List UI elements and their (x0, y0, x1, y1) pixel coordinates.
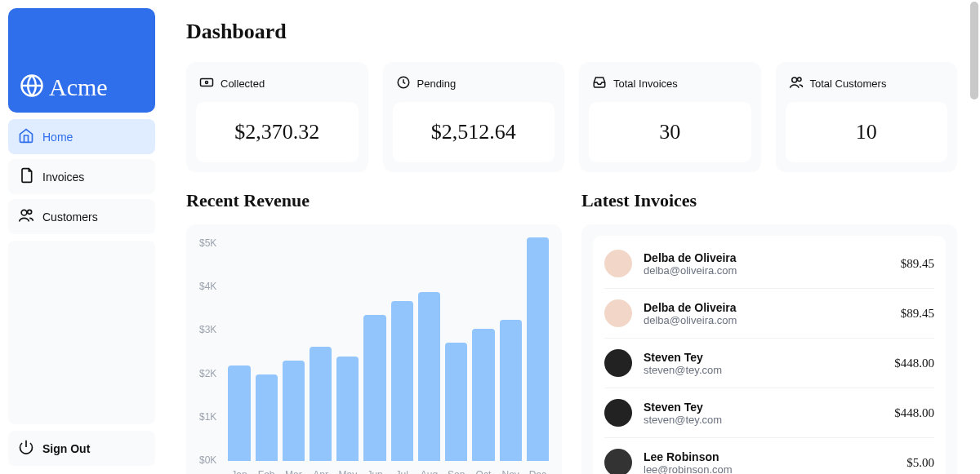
invoice-row[interactable]: Lee Robinsonlee@robinson.com$5.00 (604, 438, 934, 474)
summary-cards: Collected $2,370.32 Pending $2,512.64 To… (186, 62, 957, 172)
invoice-row[interactable]: Delba de Oliveiradelba@oliveira.com$89.4… (604, 239, 934, 289)
chart-bars: JanFebMarAprMayJunJulAugSepOctNovDec (228, 237, 549, 474)
bar-column: Feb (256, 374, 278, 474)
banknote-icon (199, 75, 214, 92)
invoice-amount: $89.45 (901, 257, 934, 271)
sidebar-item-label: Home (42, 131, 73, 144)
invoice-amount: $448.00 (894, 357, 934, 370)
card-total-invoices: Total Invoices 30 (579, 62, 761, 172)
bar-label: Jul (396, 469, 408, 474)
bar-label: Feb (258, 469, 275, 474)
svg-rect-3 (201, 79, 213, 86)
y-tick: $5K (199, 237, 216, 249)
bar (363, 315, 385, 461)
bar-label: May (339, 469, 358, 474)
invoice-row[interactable]: Steven Teysteven@tey.com$448.00 (604, 339, 934, 388)
bar-label: Nov (501, 469, 519, 474)
avatar (604, 449, 632, 474)
bar-column: Jun (363, 315, 385, 474)
card-value: $2,370.32 (196, 102, 359, 162)
sidebar-item-customers[interactable]: Customers (8, 199, 155, 234)
card-label: Pending (417, 78, 457, 90)
invoice-name: Steven Tey (644, 401, 722, 414)
page-title: Dashboard (186, 20, 957, 44)
bar-column: Jul (391, 301, 413, 474)
bar-column: Mar (283, 361, 305, 474)
bar-column: Sep (445, 343, 467, 474)
invoice-name: Delba de Oliveira (644, 251, 737, 264)
invoice-email: delba@oliveira.com (644, 264, 737, 277)
bar-column: Aug (418, 292, 440, 474)
bar-column: Nov (500, 320, 522, 474)
card-value: $2,512.64 (393, 102, 555, 162)
svg-point-7 (797, 78, 801, 82)
avatar (604, 250, 632, 277)
avatar (604, 399, 632, 427)
bar-label: Jun (367, 469, 382, 474)
svg-point-1 (21, 210, 27, 215)
svg-point-2 (28, 210, 32, 214)
latest-invoices-panel: Latest Invoices Delba de Oliveiradelba@o… (581, 190, 957, 474)
card-label: Collected (220, 78, 265, 90)
sidebar-item-label: Invoices (42, 171, 84, 184)
sidebar-spacer (8, 241, 155, 424)
invoice-email: lee@robinson.com (644, 463, 733, 475)
invoice-row[interactable]: Steven Teysteven@tey.com$448.00 (604, 388, 934, 438)
bar-label: Sep (448, 469, 465, 474)
avatar (604, 349, 632, 377)
invoice-info: Delba de Oliveiradelba@oliveira.com (644, 251, 737, 277)
bar-label: Jan (231, 469, 247, 474)
invoice-info: Steven Teysteven@tey.com (644, 351, 722, 376)
y-tick: $0K (199, 454, 216, 466)
invoice-info: Steven Teysteven@tey.com (644, 401, 722, 426)
clock-icon (396, 75, 411, 92)
bar (336, 357, 359, 462)
invoice-name: Lee Robinson (644, 450, 733, 463)
invoice-amount: $448.00 (894, 406, 934, 420)
invoice-name: Delba de Oliveira (644, 301, 737, 314)
bar (500, 320, 522, 462)
scrollbar-thumb[interactable] (970, 2, 978, 100)
signout-label: Sign Out (42, 442, 90, 455)
document-icon (18, 167, 34, 186)
sidebar-item-invoices[interactable]: Invoices (8, 159, 155, 194)
svg-point-4 (206, 82, 208, 84)
bar-label: Apr (313, 469, 328, 474)
card-total-customers: Total Customers 10 (776, 62, 958, 172)
bar (283, 361, 305, 461)
card-value: 30 (589, 102, 751, 162)
invoice-info: Delba de Oliveiradelba@oliveira.com (644, 301, 737, 326)
main: Dashboard Collected $2,370.32 Pending $2… (163, 0, 980, 474)
invoice-amount: $5.00 (906, 456, 934, 470)
logo-block[interactable]: Acme (8, 8, 155, 113)
inbox-icon (592, 75, 607, 92)
panel-title: Recent Revenue (186, 190, 562, 211)
home-icon (18, 127, 34, 146)
card-value: 10 (786, 102, 948, 162)
invoice-email: steven@tey.com (644, 414, 722, 426)
invoice-name: Steven Tey (644, 351, 722, 364)
bar (527, 237, 549, 461)
bar-column: May (336, 357, 359, 474)
chart-y-axis: $5K$4K$3K$2K$1K$0K (199, 237, 220, 466)
sidebar-item-home[interactable]: Home (8, 119, 155, 154)
invoice-row[interactable]: Delba de Oliveiradelba@oliveira.com$89.4… (604, 289, 934, 339)
users-icon (18, 207, 34, 226)
bar-label: Oct (476, 469, 492, 474)
power-icon (18, 439, 34, 458)
sidebar-item-label: Customers (42, 210, 98, 224)
bar (256, 374, 278, 461)
svg-point-6 (791, 78, 796, 82)
y-tick: $1K (199, 411, 216, 423)
logo-text: Acme (49, 73, 108, 101)
bar (310, 347, 332, 461)
bar (445, 343, 467, 462)
invoice-email: steven@tey.com (644, 364, 722, 376)
card-pending: Pending $2,512.64 (383, 62, 565, 172)
users-icon (789, 75, 804, 92)
y-tick: $2K (199, 368, 216, 379)
avatar (604, 299, 632, 327)
signout-button[interactable]: Sign Out (8, 431, 155, 466)
nav: Home Invoices Customers (8, 119, 155, 234)
bar-label: Mar (285, 469, 302, 474)
